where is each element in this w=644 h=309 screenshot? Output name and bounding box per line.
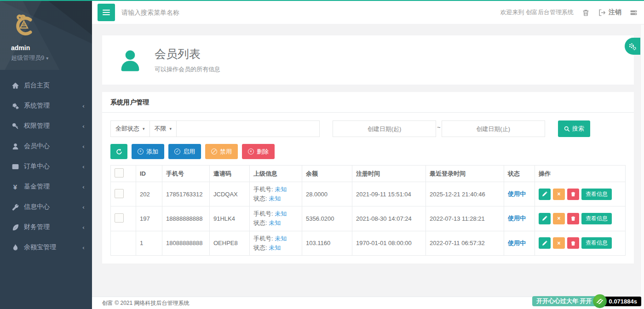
menu-toggle-button[interactable] [98,4,115,21]
view-info-button[interactable]: 查看信息 [581,213,612,224]
plus-circle-icon: + [138,149,144,154]
limit-select-value: 不限 [155,125,167,133]
logout-button[interactable]: 注销 [598,8,621,17]
sidebar-item-home[interactable]: 后台主页 [0,75,92,96]
keyword-input[interactable] [176,120,320,137]
content: 会员列表 可以操作会员的所有信息 系统用户管理 全部状态 ▾ 不限 ▾ [92,25,644,297]
sidebar: admin 超级管理员9▾ 后台主页 系统管理 ‹ 权限管理 ‹ [0,1,92,309]
panel-title: 系统用户管理 [102,92,634,113]
cell-id: 197 [136,206,162,231]
page-title: 会员列表 [155,46,220,62]
logout-label: 注销 [609,8,621,17]
sidebar-item-info[interactable]: 信息中心 ‹ [0,197,92,217]
page-header-card: 会员列表 可以操作会员的所有信息 [102,35,634,85]
col-lastlogin: 最近登录时间 [426,166,504,182]
trash-icon[interactable] [582,9,590,17]
view-info-button[interactable]: 查看信息 [581,189,612,200]
edit-button[interactable] [539,213,551,224]
row-checkbox[interactable] [115,213,124,223]
search-button[interactable]: 搜索 [558,120,590,137]
delete-button-label: 删除 [257,148,269,156]
cell-phone: 17851763312 [162,182,210,206]
close-button[interactable]: × [553,213,565,224]
sidebar-item-label: 权限管理 [24,122,82,130]
select-all-checkbox[interactable] [115,168,124,177]
parent-status-link[interactable]: 未知 [269,195,281,202]
refresh-icon [116,149,122,155]
parent-phone-link[interactable]: 未知 [275,210,287,217]
close-button[interactable]: × [553,189,565,200]
status-select[interactable]: 全部状态 ▾ [110,120,150,137]
col-parent: 上级信息 [250,166,302,182]
row-delete-button[interactable] [567,237,579,249]
scrollbar-track[interactable] [640,25,644,309]
cell-balance: 5356.0200 [302,206,352,231]
close-button[interactable]: × [553,237,565,249]
delete-button[interactable]: × 删除 [242,144,275,159]
row-delete-button[interactable] [567,189,579,200]
caret-down-icon: ▾ [170,126,172,131]
edit-button[interactable] [539,237,551,249]
date-end-input[interactable] [442,120,545,137]
yen-icon: ¥ [11,183,19,190]
filter-row: 全部状态 ▾ 不限 ▾ ~ [110,120,626,137]
date-start-input[interactable] [333,120,436,137]
user-management-panel: 系统用户管理 全部状态 ▾ 不限 ▾ [102,92,634,263]
parent-phone-link[interactable]: 未知 [275,186,287,193]
sidebar-item-label: 基金管理 [24,183,82,191]
chevron-left-icon: ‹ [82,183,85,190]
top-accent-line [0,0,644,1]
row-checkbox[interactable] [115,189,124,198]
cell-invite: JCDQAX [210,182,250,206]
cell-parent: 手机号: 未知 状态: 未知 [250,182,302,206]
settings-float-button[interactable] [625,38,640,55]
chevron-left-icon: ‹ [82,204,85,211]
col-id: ID [136,166,162,182]
sidebar-item-finance[interactable]: 财务管理 ‹ [0,217,92,237]
menu-search-input[interactable] [121,9,269,16]
page-subtitle: 可以操作会员的所有信息 [155,65,220,74]
date-range-separator: ~ [437,124,441,131]
sidebar-item-orders[interactable]: 订单中心 ‹ [0,156,92,177]
edit-button[interactable] [539,189,551,200]
col-status: 状态 [504,166,535,182]
cell-lastlogin: 2022-07-11 06:57:32 [426,231,504,255]
parent-phone-link[interactable]: 未知 [275,235,287,242]
member-avatar-icon [118,47,143,74]
disable-button[interactable]: 禁用 [205,144,238,159]
action-button-row: + 添加 ✓ 启用 禁用 × 删除 [110,144,626,159]
cell-regtime: 2021-09-11 15:51:04 [352,182,426,206]
sidebar-item-system[interactable]: 系统管理 ‹ [0,96,92,116]
pencil-icon [542,216,547,221]
sidebar-username: admin [11,44,92,52]
sidebar-item-label: 后台主页 [24,81,85,90]
task-list-icon[interactable] [630,9,638,17]
add-button[interactable]: + 添加 [132,144,164,159]
parent-status-link[interactable]: 未知 [269,244,281,251]
table-row: 197 18888888888 91HLK4 手机号: 未知 状态: 未知 53… [111,206,626,231]
chevron-left-icon: ‹ [82,224,85,231]
view-info-button[interactable]: 查看信息 [581,237,612,249]
sidebar-item-permission[interactable]: 权限管理 ‹ [0,116,92,136]
sidebar-item-member[interactable]: 会员中心 ‹ [0,136,92,156]
col-balance: 余额 [302,166,352,182]
row-delete-button[interactable] [567,213,579,224]
refresh-button[interactable] [110,144,127,159]
topbar-right: 欢迎来到 创富后台管理系统 注销 [500,8,638,17]
enable-button[interactable]: ✓ 启用 [168,144,201,159]
sidebar-item-fund[interactable]: ¥ 基金管理 ‹ [0,177,92,197]
table-row: 1 18088888888 OEHPE8 手机号: 未知 状态: 未知 103.… [111,231,626,255]
sidebar-item-yuebao[interactable]: 余额宝管理 ‹ [0,237,92,258]
wrench-icon [11,203,19,211]
home-icon [11,82,19,89]
parent-status-link[interactable]: 未知 [269,219,281,226]
sidebar-item-label: 信息中心 [24,203,82,211]
sidebar-role-label: 超级管理员9 [11,54,44,61]
sidebar-role-dropdown[interactable]: 超级管理员9▾ [11,54,92,62]
limit-select[interactable]: 不限 ▾ [150,120,177,137]
chevron-left-icon: ‹ [82,143,85,150]
sidebar-item-label: 余额宝管理 [24,243,82,252]
sign-out-icon [598,9,606,17]
caret-down-icon: ▾ [46,56,48,61]
chevron-left-icon: ‹ [82,123,85,130]
